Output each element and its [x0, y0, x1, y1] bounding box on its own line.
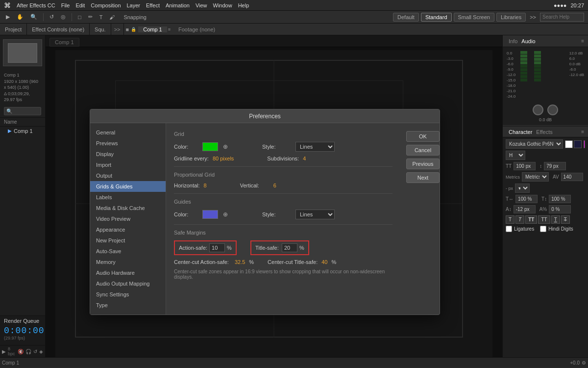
hindi-digits-checkbox[interactable] — [540, 226, 546, 232]
style-btn-T5[interactable]: T — [551, 215, 560, 224]
loop-btn[interactable]: ↺ — [33, 349, 37, 354]
vscale-input[interactable] — [549, 195, 571, 203]
character-tab[interactable]: Character — [507, 129, 534, 135]
previous-button[interactable]: Previous — [406, 158, 440, 169]
style-btn-T4[interactable]: TT — [538, 215, 550, 224]
workspace-standard[interactable]: Standard — [421, 13, 452, 22]
panel-expand[interactable]: >> — [111, 26, 123, 32]
pref-nav-general[interactable]: General — [90, 127, 166, 138]
project-item-comp1[interactable]: ▶ Comp 1 — [0, 127, 45, 135]
menu-aftereffects[interactable]: After Effects CC — [17, 2, 55, 8]
workspace-libraries[interactable]: Libraries — [496, 13, 526, 22]
pref-nav-video-preview[interactable]: Video Preview — [90, 213, 166, 224]
pref-nav-sync-settings[interactable]: Sync Settings — [90, 289, 166, 300]
menu-file[interactable]: File — [61, 2, 70, 8]
hscale-input[interactable] — [515, 195, 538, 203]
pref-nav-memory[interactable]: Memory — [90, 257, 166, 267]
menu-edit[interactable]: Edit — [75, 2, 85, 8]
solo-btn[interactable]: ◈ — [39, 349, 43, 354]
pref-nav-previews[interactable]: Previews — [90, 138, 166, 149]
mute-btn[interactable]: 🔇 — [18, 349, 24, 354]
baseline-input[interactable] — [514, 205, 536, 213]
apple-menu[interactable]: ⌘ — [4, 1, 11, 9]
style-btn-T6[interactable]: T — [561, 215, 570, 224]
footage-tab[interactable]: Footage (none) — [178, 26, 215, 32]
ok-button[interactable]: OK — [406, 131, 440, 142]
audio-knob-left[interactable] — [533, 105, 543, 115]
ligatures-checkbox[interactable] — [506, 226, 512, 232]
tool-text[interactable]: T — [98, 13, 105, 21]
style-btn-T3[interactable]: TT — [525, 215, 537, 224]
panel-tab-effect-controls[interactable]: Effect Controls (none) — [27, 24, 90, 35]
tool-pen[interactable]: ✏ — [86, 13, 95, 21]
menu-view[interactable]: View — [196, 2, 207, 8]
panel-tab-square[interactable]: Squ. — [90, 24, 111, 35]
comp-tab[interactable]: Comp 1 — [138, 26, 167, 32]
workspace-small-screen[interactable]: Small Screen — [454, 13, 494, 22]
panel-tab-project[interactable]: Project — [0, 24, 27, 35]
pref-nav-output[interactable]: Output — [90, 170, 166, 181]
char-panel-menu[interactable]: ≡ — [581, 129, 584, 134]
pref-nav-auto-save[interactable]: Auto-Save — [90, 246, 166, 257]
left-play-btn[interactable]: ▶ — [2, 349, 6, 354]
color-swatch-gradient[interactable] — [584, 140, 585, 148]
right-panel-menu[interactable]: ≡ — [581, 38, 584, 44]
audio-tab[interactable]: Audio — [519, 38, 537, 44]
font-family-select[interactable]: Kozuka Gothic Pr6N — [506, 139, 563, 149]
pref-nav-type[interactable]: Type — [90, 300, 166, 311]
search-help-input[interactable] — [540, 13, 584, 22]
tracking-input[interactable] — [561, 173, 583, 181]
menu-animation[interactable]: Animation — [166, 2, 190, 8]
grid-color-swatch[interactable] — [202, 142, 218, 151]
tsume-input[interactable] — [549, 205, 571, 213]
tool-camera[interactable]: ◎ — [59, 13, 68, 21]
effects-tab-right[interactable]: Effects — [534, 129, 554, 135]
grid-eyedropper[interactable]: ⊕ — [222, 143, 229, 150]
style-btn-T1[interactable]: T — [506, 215, 514, 224]
leading-input[interactable] — [544, 162, 566, 170]
action-safe-input[interactable] — [209, 243, 225, 252]
tool-select[interactable]: ▶ — [4, 13, 12, 21]
pref-nav-appearance[interactable]: Appearance — [90, 224, 166, 235]
tl-settings-btn[interactable]: ⚙ — [582, 360, 586, 366]
font-style-select[interactable]: H — [506, 151, 525, 160]
grid-style-select[interactable]: Lines Dots Dashed Lines — [295, 142, 335, 152]
pref-nav-labels[interactable]: Labels — [90, 192, 166, 203]
menu-window[interactable]: Window — [213, 2, 232, 8]
pref-nav-import[interactable]: Import — [90, 159, 166, 170]
project-search-input[interactable] — [4, 107, 41, 115]
menu-effect[interactable]: Effect — [146, 2, 160, 8]
tool-shape[interactable]: □ — [76, 13, 83, 21]
metrics-select[interactable]: Metrics — [522, 172, 549, 182]
unit-select[interactable]: ▾ — [515, 184, 530, 193]
color-swatch-dark[interactable] — [574, 140, 582, 148]
workspace-more[interactable]: >> — [528, 13, 538, 22]
workspace-default[interactable]: Default — [393, 13, 419, 22]
guides-style-select[interactable]: Lines Dots Dashed Lines — [295, 210, 335, 219]
cancel-button[interactable]: Cancel — [406, 145, 440, 156]
tool-zoom[interactable]: 🔍 — [28, 13, 39, 21]
pref-nav-media-disk[interactable]: Media & Disk Cache — [90, 203, 166, 213]
style-btn-T2[interactable]: T — [515, 215, 524, 224]
headphones-btn[interactable]: 🎧 — [25, 349, 31, 354]
guides-color-swatch[interactable] — [202, 210, 218, 219]
pref-nav-audio-hardware[interactable]: Audio Hardware — [90, 267, 166, 278]
pref-nav-audio-output[interactable]: Audio Output Mapping — [90, 278, 166, 289]
tool-brush[interactable]: 🖌 — [107, 13, 117, 21]
color-swatch-white[interactable] — [565, 140, 573, 148]
pref-nav-grids-guides[interactable]: Grids & Guides — [90, 181, 166, 192]
tool-rotate[interactable]: ↺ — [48, 13, 56, 21]
next-button[interactable]: Next — [406, 172, 440, 183]
title-safe-input[interactable] — [282, 243, 297, 252]
menu-composition[interactable]: Composition — [91, 2, 121, 8]
audio-knob-right[interactable] — [547, 105, 558, 115]
tool-hand[interactable]: ✋ — [15, 13, 25, 21]
menu-help[interactable]: Help — [238, 2, 249, 8]
font-size-input[interactable] — [514, 162, 536, 170]
menu-layer[interactable]: Layer — [127, 2, 141, 8]
pref-nav-new-project[interactable]: New Project — [90, 235, 166, 246]
guides-eyedropper[interactable]: ⊕ — [222, 211, 229, 218]
comp-tab-close[interactable]: ≡ — [168, 27, 171, 32]
pref-nav-display[interactable]: Display — [90, 149, 166, 159]
info-tab[interactable]: Info — [507, 38, 519, 44]
